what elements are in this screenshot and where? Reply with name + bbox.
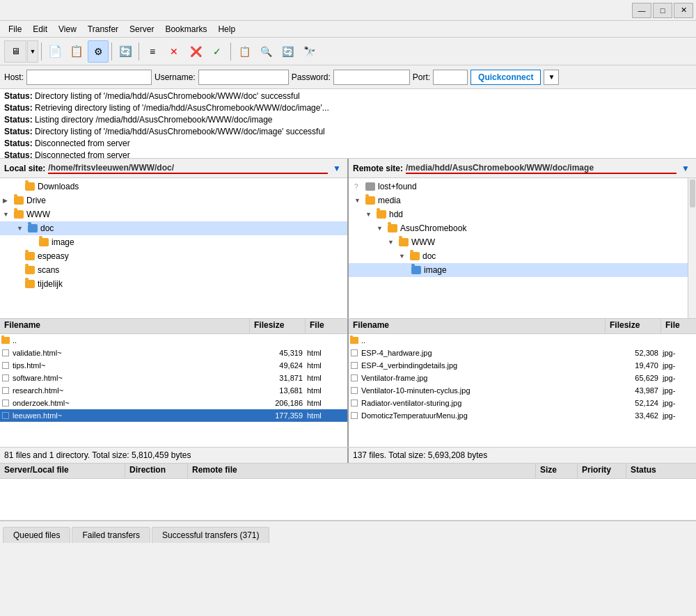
close-tab-icon: 📋 [70,45,84,57]
local-site-label: Local site: [4,164,45,173]
table-row[interactable]: .. [0,334,347,347]
find-files-button[interactable]: 🔭 [299,40,319,63]
tree-item-remote-image[interactable]: image [349,263,688,277]
local-tree[interactable]: Downloads ▶ Drive ▼ WWW ▼ [0,178,347,318]
queue-list-button[interactable]: 📋 [234,40,255,63]
table-row[interactable]: .. [349,334,696,347]
maximize-button[interactable]: □ [653,3,672,18]
tab-successful-transfers[interactable]: Successful transfers (371) [152,527,269,543]
tree-item-doc[interactable]: ▼ doc [0,221,347,235]
tab-queued-files[interactable]: Queued files [3,527,70,543]
username-input[interactable] [198,70,289,85]
table-row[interactable]: onderzoek.html~ 206,186 html [0,397,347,409]
quickconnect-dropdown-button[interactable]: ▼ [544,70,559,85]
tree-item-hdd[interactable]: ▼ hdd [349,207,688,221]
tree-label: scans [38,265,59,275]
process-icon: ≡ [150,46,155,57]
find-files-icon: 🔭 [303,46,315,57]
close-button[interactable]: ✕ [674,3,693,18]
tree-label: WWW [26,210,50,219]
table-row[interactable]: DomoticzTemperatuurMenu.jpg 33,462 jpg- [349,409,696,422]
port-input[interactable] [433,70,468,85]
tree-item-downloads[interactable]: Downloads [0,180,347,194]
new-tab-button[interactable]: 📄 [45,40,65,63]
file-size: 206,186 [250,399,306,407]
table-row[interactable]: Ventilator-frame.jpg 65,629 jpg- [349,372,696,384]
transfer-col-server: Server/Local file [0,464,125,478]
remote-col-filesize: Filesize [606,319,661,333]
username-label: Username: [155,72,196,82]
refresh-button[interactable]: 🔄 [115,40,136,63]
remote-site-dropdown[interactable]: ▼ [679,161,692,175]
process-queue-button[interactable]: ≡ [142,40,163,63]
check-button[interactable]: ✓ [207,40,228,63]
menu-view[interactable]: View [53,23,82,35]
local-filelist: Filename Filesize File .. [0,319,349,447]
transfer-queue-body[interactable] [0,479,696,521]
tree-item-remote-www[interactable]: ▼ WWW [349,235,688,249]
tree-item-image[interactable]: image [0,235,347,249]
remote-col-filename: Filename [349,319,606,333]
file-size: 43,987 [606,386,661,395]
search-remote-button[interactable]: 🔍 [255,40,276,63]
table-row[interactable]: leeuwen.html~ 177,359 html [0,409,347,422]
tree-item-www[interactable]: ▼ WWW [0,207,347,221]
site-manager-button[interactable]: 🖥 [4,40,26,63]
tree-item-media[interactable]: ▼ media [349,194,688,207]
remote-tree[interactable]: ? lost+found ▼ media ▼ [349,178,688,318]
table-row[interactable]: ESP-4_verbindingdetails.jpg 19,470 jpg- [349,359,696,372]
menu-file[interactable]: File [3,23,27,35]
table-row[interactable]: research.html~ 13,681 html [0,384,347,397]
settings-icon: ⚙ [94,46,103,57]
file-size: 13,681 [250,386,306,395]
tree-item-drive[interactable]: ▶ Drive [0,194,347,207]
password-input[interactable] [333,70,410,85]
table-row[interactable]: Ventilator-10-minuten-cyclus.jpg 43,987 … [349,384,696,397]
file-name: ESP-4_verbindingdetails.jpg [360,361,606,370]
file-type: jpg- [661,411,696,420]
local-site-dropdown[interactable]: ▼ [331,161,343,175]
transfer-col-remote: Remote file [188,464,536,478]
tree-label: espeasy [38,251,69,261]
minimize-button[interactable]: — [632,3,651,18]
tree-item-lost-found[interactable]: ? lost+found [349,180,688,194]
status-log: Status: Directory listing of '/media/hdd… [0,89,696,159]
tree-item-remote-doc[interactable]: ▼ doc [349,249,688,263]
toolbar-dropdown-btn[interactable]: ▼ [27,40,38,63]
tree-item-espeasy[interactable]: espeasy [0,249,347,263]
file-size: 52,308 [606,349,661,357]
tab-failed-transfers[interactable]: Failed transfers [72,527,150,543]
file-name: tips.html~ [11,361,250,370]
table-row[interactable]: validatie.html~ 45,319 html [0,347,347,359]
menu-transfer[interactable]: Transfer [82,23,124,35]
menu-edit[interactable]: Edit [27,23,53,35]
settings-button[interactable]: ⚙ [88,40,109,63]
menu-bookmarks[interactable]: Bookmarks [159,23,212,35]
table-row[interactable]: ESP-4_hardware.jpg 52,308 jpg- [349,347,696,359]
password-label: Password: [292,72,331,82]
quickconnect-button[interactable]: Quickconnect [470,70,541,85]
status-line-6: Status: Disconnected from server [4,150,692,159]
local-statusbar: 81 files and 1 directory. Total size: 5,… [0,448,349,463]
cancel-button[interactable]: ✕ [164,40,184,63]
table-row[interactable]: Radiator-ventilator-sturing.jpg 52,124 j… [349,397,696,409]
table-row[interactable]: software.html~ 31,871 html [0,372,347,384]
file-name: onderzoek.html~ [11,399,250,407]
close-tab-button[interactable]: 📋 [66,40,87,63]
tree-label: Drive [26,196,46,205]
cancel-icon: ✕ [170,46,178,57]
menu-help[interactable]: Help [212,23,241,35]
sync-button[interactable]: 🔄 [277,40,298,63]
tree-item-tijdelijk[interactable]: tijdelijk [0,277,347,291]
tree-item-asus[interactable]: ▼ AsusChromebook [349,221,688,235]
file-name: Ventilator-frame.jpg [360,374,606,382]
cancel-all-button[interactable]: ❌ [185,40,206,63]
menu-server[interactable]: Server [124,23,159,35]
table-row[interactable]: tips.html~ 49,624 html [0,359,347,372]
host-input[interactable] [26,70,152,85]
local-filelist-body[interactable]: .. validatie.html~ 45,319 html tips.html… [0,334,347,447]
remote-filelist-body[interactable]: .. ESP-4_hardware.jpg 52,308 jpg- ESP-4_… [349,334,696,447]
tree-label: media [378,196,401,205]
tree-item-scans[interactable]: scans [0,263,347,277]
remote-site-label: Remote site: [353,164,403,173]
